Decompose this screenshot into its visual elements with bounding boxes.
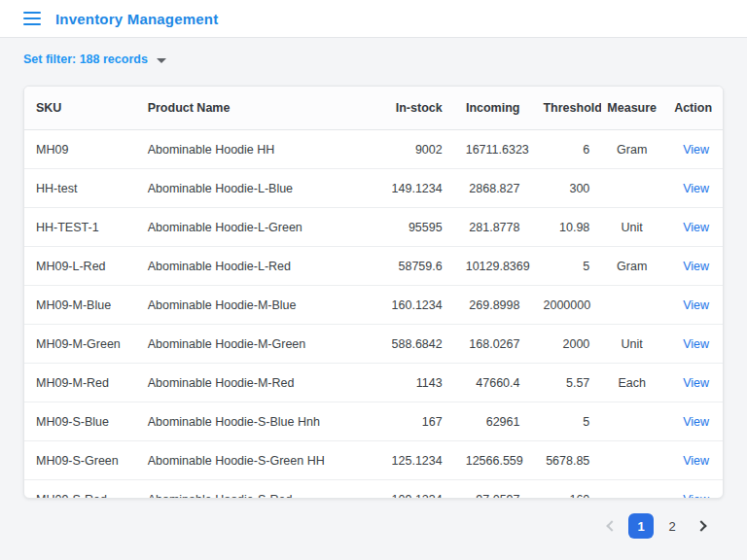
cell-incoming: 168.0267 xyxy=(454,337,532,351)
cell-threshold: 5 xyxy=(531,260,601,273)
cell-instock: 1143 xyxy=(378,376,454,390)
cell-measure: Each xyxy=(601,376,662,390)
cell-measure: Gram xyxy=(601,260,662,273)
cell-name: Abominable Hoodie-S-Blue Hnh xyxy=(136,415,378,429)
cell-threshold: 300 xyxy=(531,182,601,195)
view-link[interactable]: View xyxy=(683,260,709,273)
cell-threshold: 2000000 xyxy=(531,298,601,312)
cell-sku: MH09-L-Red xyxy=(24,260,136,273)
cell-threshold: 160 xyxy=(531,493,601,499)
column-header-measure: Measure xyxy=(601,101,662,115)
cell-sku: MH09-S-Green xyxy=(24,454,136,468)
column-header-name: Product Name xyxy=(136,101,378,115)
view-link[interactable]: View xyxy=(683,143,709,157)
cell-instock: 58759.6 xyxy=(378,260,454,273)
pagination: 1 2 xyxy=(0,513,747,539)
table-body: MH09 Abominable Hoodie HH 9002 16711.632… xyxy=(24,130,723,499)
view-link[interactable]: View xyxy=(683,415,709,429)
column-header-threshold: Threshold xyxy=(531,101,601,115)
cell-sku: MH09 xyxy=(24,143,136,157)
cell-sku: HH-TEST-1 xyxy=(24,221,136,234)
cell-measure: Gram xyxy=(601,143,662,157)
cell-name: Abominable Hoodie-M-Green xyxy=(136,337,378,351)
cell-threshold: 2000 xyxy=(531,337,601,351)
view-link[interactable]: View xyxy=(683,493,709,499)
cell-name: Abominable Hoodie-S-Red xyxy=(136,493,378,499)
table-row: MH09-S-Red Abominable Hoodie-S-Red 109.1… xyxy=(24,480,723,499)
cell-threshold: 5.57 xyxy=(531,376,601,390)
cell-threshold: 5 xyxy=(531,415,601,429)
view-link[interactable]: View xyxy=(683,337,709,351)
cell-sku: MH09-M-Green xyxy=(24,337,136,351)
cell-threshold: 5678.85 xyxy=(531,454,601,468)
cell-incoming: 2868.827 xyxy=(454,182,532,195)
table-row: HH-TEST-1 Abominable Hoodie-L-Green 9559… xyxy=(24,208,723,247)
cell-instock: 149.1234 xyxy=(378,182,454,195)
cell-instock: 109.1234 xyxy=(378,493,454,499)
page-button-2[interactable]: 2 xyxy=(659,513,685,539)
cell-name: Abominable Hoodie-L-Green xyxy=(136,221,378,234)
table-row: HH-test Abominable Hoodie-L-Blue 149.123… xyxy=(24,169,723,208)
cell-incoming: 97.0597 xyxy=(454,493,532,499)
cell-incoming: 12566.559 xyxy=(454,454,532,468)
chevron-left-icon[interactable] xyxy=(597,513,622,539)
cell-instock: 167 xyxy=(378,415,454,429)
app-bar: Inventory Management xyxy=(0,0,747,38)
cell-name: Abominable Hoodie-L-Red xyxy=(136,260,378,273)
view-link[interactable]: View xyxy=(683,182,709,195)
cell-incoming: 281.8778 xyxy=(454,221,532,234)
cell-threshold: 10.98 xyxy=(531,221,601,234)
cell-instock: 125.1234 xyxy=(378,454,454,468)
cell-incoming: 47660.4 xyxy=(454,376,532,390)
cell-name: Abominable Hoodie-M-Red xyxy=(136,376,378,390)
cell-sku: MH09-S-Red xyxy=(24,493,136,499)
cell-name: Abominable Hoodie-L-Blue xyxy=(136,182,378,195)
view-link[interactable]: View xyxy=(683,376,709,390)
table-row: MH09-M-Green Abominable Hoodie-M-Green 5… xyxy=(24,325,723,364)
cell-incoming: 16711.6323 xyxy=(454,143,532,157)
cell-measure: Unit xyxy=(601,221,662,234)
column-header-incoming: Incoming xyxy=(454,101,532,115)
view-link[interactable]: View xyxy=(683,298,709,312)
cell-instock: 95595 xyxy=(378,221,454,234)
chevron-right-icon[interactable] xyxy=(691,513,716,539)
cell-measure: Unit xyxy=(601,337,662,351)
cell-sku: MH09-S-Blue xyxy=(24,415,136,429)
cell-name: Abominable Hoodie-S-Green HH xyxy=(136,454,378,468)
hamburger-icon[interactable] xyxy=(23,12,41,25)
cell-instock: 9002 xyxy=(378,143,454,157)
cell-threshold: 6 xyxy=(531,143,601,157)
table-row: MH09-M-Blue Abominable Hoodie-M-Blue 160… xyxy=(24,286,723,325)
filter-bar: Set filter: 188 records xyxy=(0,38,747,66)
cell-sku: HH-test xyxy=(24,182,136,195)
table-row: MH09 Abominable Hoodie HH 9002 16711.632… xyxy=(24,130,723,169)
column-header-instock: In-stock xyxy=(378,101,454,115)
cell-instock: 588.6842 xyxy=(378,337,454,351)
view-link[interactable]: View xyxy=(683,221,709,234)
view-link[interactable]: View xyxy=(683,454,709,468)
cell-name: Abominable Hoodie-M-Blue xyxy=(136,298,378,312)
table-row: MH09-L-Red Abominable Hoodie-L-Red 58759… xyxy=(24,247,723,286)
cell-incoming: 62961 xyxy=(454,415,532,429)
table-row: MH09-M-Red Abominable Hoodie-M-Red 1143 … xyxy=(24,364,723,402)
cell-sku: MH09-M-Blue xyxy=(24,298,136,312)
page-button-1[interactable]: 1 xyxy=(628,513,654,539)
cell-incoming: 10129.8369 xyxy=(454,260,532,273)
set-filter-dropdown[interactable]: Set filter: 188 records xyxy=(23,52,166,66)
caret-down-icon xyxy=(157,58,166,63)
cell-instock: 160.1234 xyxy=(378,298,454,312)
table-row: MH09-S-Blue Abominable Hoodie-S-Blue Hnh… xyxy=(24,402,723,441)
table-header-row: SKU Product Name In-stock Incoming Thres… xyxy=(24,87,723,130)
cell-sku: MH09-M-Red xyxy=(24,376,136,390)
cell-incoming: 269.8998 xyxy=(454,298,532,312)
cell-name: Abominable Hoodie HH xyxy=(136,143,378,157)
inventory-table-card: SKU Product Name In-stock Incoming Thres… xyxy=(23,86,724,499)
column-header-action: Action xyxy=(662,101,723,115)
column-header-sku: SKU xyxy=(24,101,136,115)
table-row: MH09-S-Green Abominable Hoodie-S-Green H… xyxy=(24,441,723,480)
page-title: Inventory Management xyxy=(55,11,218,27)
set-filter-label: Set filter: 188 records xyxy=(23,52,148,66)
